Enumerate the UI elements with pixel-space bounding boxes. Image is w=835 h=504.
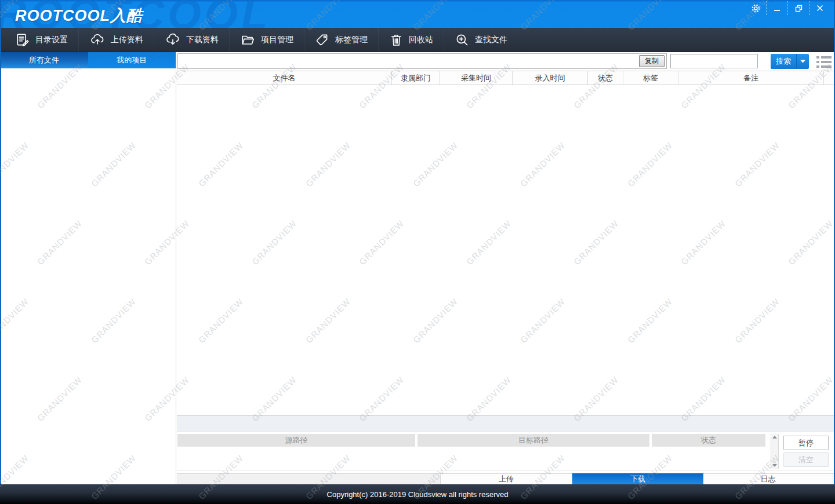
toolbar-item-recycle-bin[interactable]: 回收站: [378, 28, 444, 52]
search-button-label: 搜索: [771, 56, 796, 67]
copy-button[interactable]: 复制: [639, 55, 665, 67]
toolbar-item-upload[interactable]: 上传资料: [78, 28, 154, 52]
transfer-table-header: 源路径 目标路径 状态: [177, 434, 765, 447]
column-header-tag[interactable]: 标签: [623, 71, 678, 85]
folder-icon: [240, 32, 256, 48]
search-button[interactable]: 搜索: [771, 54, 809, 69]
sidebar: 所有文件 我的项目: [0, 52, 176, 484]
titlebar: ROOTCOOL ROOTCOOL入酷: [0, 0, 835, 28]
transfer-panel: 源路径 目标路径 状态 暂停 清空: [177, 432, 835, 470]
cloud-download-icon: [165, 32, 181, 48]
tag-icon: [315, 32, 330, 48]
search-input[interactable]: [670, 54, 758, 68]
toolbar-item-download[interactable]: 下载资料: [154, 28, 229, 52]
close-button[interactable]: [809, 1, 830, 16]
toolbar-item-directory-settings[interactable]: 目录设置: [5, 28, 78, 52]
toolbar-item-label: 下载资料: [186, 35, 219, 45]
app-window: ROOTCOOL ROOTCOOL入酷: [0, 0, 835, 504]
toolbar-item-label: 回收站: [409, 35, 433, 45]
clear-button[interactable]: 清空: [783, 452, 829, 467]
toolbar-item-tag-management[interactable]: 标签管理: [304, 28, 378, 52]
document-edit-icon: [15, 32, 30, 48]
search-dropdown[interactable]: [796, 54, 809, 69]
column-header-department[interactable]: 隶属部门: [392, 71, 440, 85]
settings-gear-icon[interactable]: [745, 1, 766, 16]
window-controls: [745, 0, 830, 16]
path-bar[interactable]: 复制: [177, 53, 667, 69]
main-toolbar: 目录设置 上传资料 下载资料: [0, 28, 835, 52]
transfer-column-source: 源路径: [177, 434, 415, 447]
window-border-left: [0, 0, 1, 484]
transfer-tabs-spacer: [177, 473, 441, 484]
toolbar-item-label: 标签管理: [335, 35, 368, 45]
search-plus-icon: [455, 32, 470, 48]
tab-log[interactable]: 日志: [703, 473, 833, 484]
column-header-entry-time[interactable]: 录入时间: [513, 71, 588, 85]
toolbar-item-label: 查找文件: [475, 35, 507, 45]
file-table-body[interactable]: [177, 86, 835, 415]
trash-icon: [389, 32, 404, 48]
chevron-down-icon: [800, 59, 806, 64]
transfer-column-status: 状态: [652, 434, 765, 447]
toolbar-item-project-management[interactable]: 项目管理: [229, 28, 304, 52]
toolbar-item-label: 目录设置: [35, 35, 68, 45]
sidebar-tabs: 所有文件 我的项目: [0, 52, 176, 68]
toolbar-item-label: 上传资料: [111, 35, 143, 45]
copyright-text: Copyright(c) 2016-2019 Cloudsview all ri…: [327, 490, 509, 499]
column-header-collect-time[interactable]: 采集时间: [440, 71, 513, 85]
minimize-button[interactable]: [767, 1, 787, 16]
panel-splitter[interactable]: [177, 415, 835, 432]
maximize-restore-button[interactable]: [788, 1, 809, 16]
sidebar-tree-panel[interactable]: [0, 68, 176, 484]
tab-upload[interactable]: 上传: [441, 473, 572, 484]
column-header-status[interactable]: 状态: [588, 71, 623, 85]
footer-bar: Copyright(c) 2016-2019 Cloudsview all ri…: [0, 484, 835, 504]
toolbar-item-find-files[interactable]: 查找文件: [444, 28, 518, 52]
file-table-header: 文件名 隶属部门 采集时间 录入时间 状态 标签 备注: [177, 71, 835, 85]
cloud-upload-icon: [89, 32, 106, 48]
scroll-up-icon[interactable]: [772, 436, 777, 439]
sidebar-tab-my-projects[interactable]: 我的项目: [88, 52, 176, 68]
scroll-down-icon[interactable]: [772, 464, 777, 467]
column-header-remark[interactable]: 备注: [678, 71, 824, 85]
sidebar-tab-all-files[interactable]: 所有文件: [0, 52, 88, 68]
main-panel: 复制 搜索 文件名 隶属部门 采集时间 录入时间 状态 标签 备注: [177, 52, 835, 484]
app-logo: ROOTCOOL入酷: [15, 5, 143, 26]
column-header-filename[interactable]: 文件名: [177, 71, 392, 85]
transfer-scrollbar[interactable]: [771, 434, 779, 469]
pause-button[interactable]: 暂停: [783, 436, 829, 450]
tab-download[interactable]: 下载: [572, 473, 703, 484]
toolbar-item-label: 项目管理: [261, 35, 293, 45]
transfer-tabs: 上传 下载 日志: [177, 473, 835, 484]
transfer-column-target: 目标路径: [418, 434, 649, 447]
list-view-icon[interactable]: [816, 56, 833, 68]
